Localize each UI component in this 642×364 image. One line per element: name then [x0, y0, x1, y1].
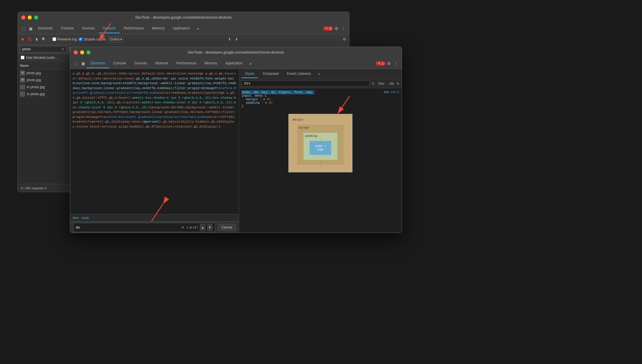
breadcrumb-body[interactable]: body	[82, 216, 89, 220]
css-colon-2: :	[262, 101, 265, 105]
search-input-bg[interactable]	[22, 47, 60, 51]
tab-elements-bg[interactable]: Elements	[34, 24, 57, 33]
settings-icon-bg[interactable]: ⚙	[333, 25, 340, 32]
download-icon-bg[interactable]: ⬇	[234, 37, 239, 42]
css-arrow-margin[interactable]: ►	[263, 98, 265, 101]
cursor-icon[interactable]: ⬚	[20, 25, 27, 32]
dropdown-arrow-icon: ▾	[120, 37, 122, 41]
breadcrumb-bar: html › body	[70, 214, 239, 222]
margin-side-row: - border - - padding - -	[293, 125, 348, 165]
maximize-button-fg[interactable]	[87, 50, 91, 54]
css-selector: body, dd, div, dl, figure, form, img,	[241, 90, 314, 94]
minimize-button-bg[interactable]	[28, 15, 32, 20]
margin-label: margin	[293, 118, 348, 121]
tab-console-bg[interactable]: Console	[57, 24, 78, 33]
tab-network-fg[interactable]: Network	[151, 59, 172, 68]
minimize-button-fg[interactable]	[80, 50, 84, 54]
search-button-bg[interactable]: 🔍	[41, 37, 46, 42]
css-source-ref[interactable]: app.css:1	[384, 91, 399, 94]
css-rule-close: }	[241, 105, 399, 108]
tab-network-bg[interactable]: Network	[99, 24, 120, 33]
settings-icon-network[interactable]: ⚙	[342, 37, 347, 42]
css-arrow-padding[interactable]: ►	[265, 101, 267, 105]
devtools-body: a.gb_3.gb_3,.gb_4{color:#666;cursor:defa…	[70, 69, 402, 233]
tab-elements-fg[interactable]: Elements	[87, 59, 109, 68]
record-button-bg[interactable]: ⏺	[20, 37, 25, 42]
styles-tab-event-listeners[interactable]: Event Listeners	[283, 70, 315, 78]
file-icon-3: ▪	[20, 85, 25, 89]
error-x-icon-fg: ✕	[378, 62, 381, 65]
tab-console-fg[interactable]: Console	[109, 59, 130, 68]
preserve-log-checkbox[interactable]	[52, 37, 56, 41]
add-style-rule-button[interactable]: +	[397, 81, 399, 86]
tab-application-bg[interactable]: Application	[169, 24, 194, 33]
maximize-button-bg[interactable]	[34, 15, 38, 20]
find-bar: ✕ 1 of 417 ▲ ▼ Cancel	[70, 222, 239, 233]
tab-application-fg[interactable]: Application	[221, 59, 246, 68]
more-icon-fg[interactable]: ⋮	[392, 60, 399, 67]
tab-memory-fg[interactable]: Memory	[200, 59, 221, 68]
css-rule: body, dd, div, dl, figure, form, img, ap…	[241, 91, 399, 108]
close-button-bg[interactable]	[21, 15, 25, 20]
cursor-icon-fg[interactable]: ⬚	[73, 60, 80, 67]
close-button-fg[interactable]	[74, 50, 78, 54]
online-dropdown[interactable]: Online ▾	[107, 36, 124, 42]
tab-more-bg[interactable]: »	[194, 24, 202, 33]
filter-clear-icon[interactable]: ✕	[61, 47, 65, 52]
code-line: a.gb_3.gb_3,.gb_4{color:#666;cursor:defa…	[73, 71, 237, 129]
more-icon-bg[interactable]: ⋮	[340, 25, 347, 32]
styles-tab-computed[interactable]: Computed	[259, 70, 282, 78]
devtools-tabs-fg: ⬚ ▣ Elements Console Sources Network Per…	[70, 58, 402, 69]
find-cancel-button[interactable]: Cancel	[218, 224, 236, 231]
error-badge-bg: ✕ 2	[323, 26, 333, 31]
tab-sources-fg[interactable]: Sources	[130, 59, 151, 68]
tab-more-fg[interactable]: »	[246, 59, 255, 68]
separator-bg	[49, 37, 50, 42]
find-next-button[interactable]: ▼	[207, 224, 213, 231]
has-blocked-cookies-checkbox[interactable]	[21, 56, 24, 59]
preserve-log-checkbox-label[interactable]: Preserve log	[52, 37, 77, 41]
margin-bottom-val: -	[293, 165, 348, 168]
styles-search-bar: ✕ :hov .cls +	[239, 79, 402, 88]
error-badge-fg: ✕ 1	[376, 61, 385, 66]
request-count-label: 4 / 165 requests 4.	[21, 186, 47, 190]
cls-label[interactable]: .cls	[387, 82, 395, 86]
disable-cache-checkbox-label[interactable]: Disable cache	[79, 37, 105, 41]
styles-content: body, dd, div, dl, figure, form, img, ap…	[239, 88, 402, 233]
clear-button-bg[interactable]: 🚫	[27, 37, 32, 42]
box-model-padding: padding - - - 1265 × 938 -	[304, 133, 338, 160]
tab-performance-bg[interactable]: Performance	[120, 24, 148, 33]
css-property-margin: margin : ► 0;	[241, 98, 399, 101]
error-count-fg: 1	[382, 62, 384, 65]
styles-tab-styles[interactable]: Styles	[241, 70, 258, 78]
css-val-margin: 0;	[267, 98, 271, 101]
name-column-header: Name	[20, 64, 29, 67]
border-right-val: -	[337, 145, 342, 148]
tab-performance-fg[interactable]: Performance	[172, 59, 200, 68]
find-input-wrapper: ✕ 1 of 417 ▲ ▼	[73, 223, 215, 232]
settings-icon-fg[interactable]: ⚙	[385, 60, 392, 67]
css-prop-padding: padding	[246, 101, 260, 105]
upload-icon-bg[interactable]: ⬆	[227, 37, 232, 42]
find-input[interactable]	[76, 225, 179, 229]
css-property-padding: padding : ► 0;	[241, 101, 399, 105]
filter-button-bg[interactable]: ⧫	[34, 37, 39, 42]
disable-cache-checkbox[interactable]	[79, 37, 82, 41]
tab-memory-bg[interactable]: Memory	[148, 24, 169, 33]
window-titlebar-fg: DevTools - developers.google.com/web/too…	[70, 47, 402, 58]
tab-sources-bg[interactable]: Sources	[78, 24, 99, 33]
styles-filter-clear-icon[interactable]: ✕	[371, 81, 375, 86]
net-row-name-4: ⊘ photo.jpg	[27, 92, 45, 96]
breadcrumb-html[interactable]: html	[73, 216, 79, 220]
styles-filter-input[interactable]	[241, 80, 370, 87]
filter-input-wrapper: ✕	[20, 46, 67, 52]
margin-top-val: -	[293, 121, 348, 125]
device-icon[interactable]: ▣	[27, 25, 34, 32]
pseudo-label[interactable]: :hov	[377, 82, 386, 86]
net-row-name-1: photo.jpg	[27, 71, 41, 75]
margin-left-val: -	[293, 143, 297, 146]
find-clear-icon[interactable]: ✕	[181, 225, 185, 230]
find-prev-button[interactable]: ▲	[200, 224, 205, 231]
styles-tab-more[interactable]: »	[316, 70, 322, 78]
device-icon-fg[interactable]: ▣	[80, 60, 87, 67]
